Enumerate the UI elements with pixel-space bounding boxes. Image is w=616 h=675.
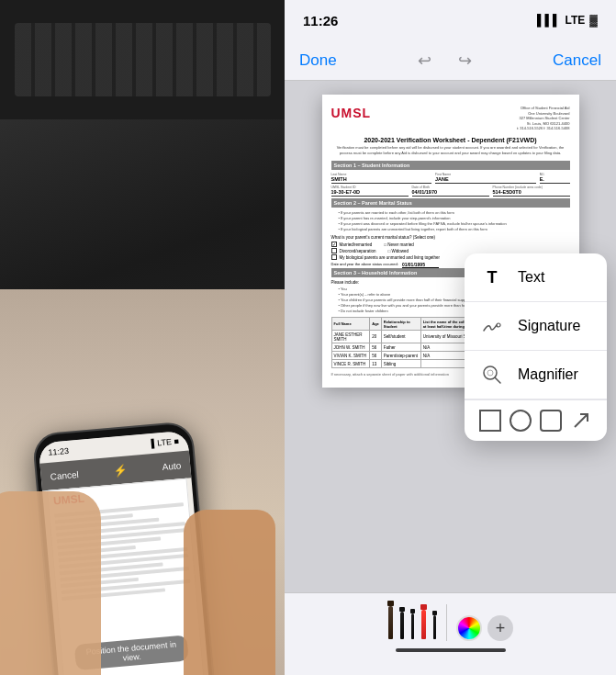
bullet-item: • If your biological parents are unmarri… (339, 227, 570, 232)
row-rel: Sibling (381, 360, 420, 368)
marital-date-label: Date and year the above status occurred: (331, 262, 398, 268)
phone-flash-icon: ⚡ (113, 463, 128, 477)
done-button[interactable]: Done (299, 51, 337, 70)
dob-field: Date of Birth 04/01/1970 (412, 186, 489, 197)
signature-icon (479, 313, 505, 339)
phone-value: 514-E5D0T0 (493, 189, 570, 195)
home-indicator (396, 648, 506, 652)
phone-auto-label: Auto (162, 460, 181, 472)
network-label: LTE (565, 14, 585, 27)
doc-subtitle: Verification must be completed before an… (331, 145, 570, 155)
pen-tool-1[interactable] (387, 601, 394, 641)
circle-shape-button[interactable] (510, 410, 532, 432)
pen-tools: + (387, 601, 513, 641)
top-toolbar: Done ↩ ↪ Cancel (285, 40, 616, 81)
divorced-label: Divorced/separation (340, 249, 376, 253)
col-header-name: Full Name (331, 318, 370, 331)
left-panel: 11:23 ▌LTE ■ Cancel ⚡ Auto UMSL (0, 0, 285, 675)
row-name: JOHN W. SMITH (331, 343, 370, 352)
keyboard-visual (15, 23, 271, 96)
doc-header-right: Office of Student Financial Aid One Univ… (517, 106, 570, 131)
row-name: JANE ESTHER SMITH (331, 331, 370, 343)
phone-status-icons: ▌LTE ■ (151, 436, 179, 448)
signature-label: Signature (518, 318, 581, 334)
color-wheel-button[interactable] (456, 615, 482, 641)
doc-title: 2020-2021 Verification Worksheet - Depen… (331, 137, 570, 143)
dob-value: 04/01/1970 (412, 189, 489, 195)
right-panel: 11:26 ▌▌▌ LTE ▓ Done ↩ ↪ Cancel UMSL Off… (285, 0, 616, 675)
umsl-logo: UMSL (331, 106, 372, 131)
pen-marker-1 (388, 606, 393, 639)
row-rel: Self/student (381, 331, 420, 343)
row-age: 56 (370, 343, 382, 352)
last-name-field: Last Name SMITH (331, 173, 432, 184)
checkbox-divorced (331, 248, 337, 253)
never-married-label: □ Never married (384, 242, 413, 247)
married-label: Married/remarried (340, 242, 373, 247)
phone-cancel-btn[interactable]: Cancel (50, 469, 79, 482)
phone-time: 11:23 (48, 446, 69, 457)
document-area: UMSL Office of Student Financial Aid One… (285, 81, 616, 592)
col-header-age: Age (370, 318, 382, 331)
shape-buttons-row (465, 399, 607, 441)
row-rel: Father (381, 343, 420, 352)
battery-icon: ▓ (589, 14, 598, 27)
ios-status-bar: 11:26 ▌▌▌ LTE ▓ (285, 0, 616, 40)
widowed-label: □ Widowed (388, 249, 409, 253)
pen-tool-3[interactable] (410, 609, 415, 641)
context-menu-item-signature[interactable]: Signature (465, 302, 607, 351)
form-row-id: UMSL Student ID 19-30-E7-0D Date of Birt… (331, 186, 570, 197)
marital-date-value: 01/01/1995 (402, 262, 439, 268)
magnifier-icon (479, 362, 505, 388)
desk-area: 11:23 ▌LTE ■ Cancel ⚡ Auto UMSL (0, 289, 285, 675)
svg-line-2 (495, 377, 500, 383)
pen-tool-5[interactable] (432, 611, 437, 641)
row-name: VINCE R. SMITH (331, 360, 370, 368)
unmarried-label: My biological parents are unmarried and … (340, 255, 441, 260)
checkbox-married: ✓ (331, 242, 337, 247)
magnifier-label: Magnifier (518, 366, 578, 383)
phone-field: Phone Number (include area code) 514-E5D… (493, 186, 570, 197)
cancel-button[interactable]: Cancel (553, 51, 601, 70)
first-name-value: JANE (435, 176, 536, 182)
svg-line-4 (575, 414, 588, 427)
pen-tool-4[interactable] (420, 604, 427, 641)
context-menu-item-text[interactable]: T Text (465, 253, 607, 302)
bottom-toolbar: + (285, 592, 616, 675)
pen-marker-5 (433, 615, 436, 639)
signal-icon: ▌▌▌ (537, 14, 561, 27)
redo-button[interactable]: ↪ (452, 48, 477, 73)
marital-question: What is your parent's current marital st… (331, 235, 570, 240)
rounded-square-shape-button[interactable] (540, 410, 562, 432)
context-menu-item-magnifier[interactable]: Magnifier (465, 351, 607, 399)
status-icons: ▌▌▌ LTE ▓ (537, 14, 598, 27)
square-shape-button[interactable] (479, 410, 501, 432)
row-age: 13 (370, 360, 382, 368)
hand-left (0, 491, 101, 675)
section1-header: Section 1 – Student Information (331, 161, 570, 170)
pen-marker-2 (400, 612, 404, 639)
pen-marker-3 (411, 613, 414, 639)
first-name-field: First Name JANE (435, 173, 536, 184)
student-id-value: 19-30-E7-0D (331, 189, 409, 195)
checkbox-unmarried (331, 254, 337, 260)
hand-right (184, 510, 275, 675)
arrow-shape-button[interactable] (570, 410, 592, 432)
doc-header: UMSL Office of Student Financial Aid One… (331, 106, 570, 131)
add-button[interactable]: + (487, 615, 513, 641)
status-time: 11:26 (303, 13, 338, 28)
section2-bullets: • If your parents are married to each ot… (339, 210, 570, 232)
student-id-field: UMSL Student ID 19-30-E7-0D (331, 186, 409, 197)
row-name: VIVIAN K. SMITH (331, 352, 370, 360)
section2-header: Section 2 – Parent Marital Status (331, 198, 570, 208)
svg-point-3 (487, 370, 493, 376)
mi-value: E. (540, 176, 570, 182)
row-age: 56 (370, 352, 382, 360)
col-header-relationship: Relationship to Student (381, 318, 420, 331)
row-age: 20 (370, 331, 382, 343)
pen-separator (446, 604, 447, 641)
undo-button[interactable]: ↩ (411, 48, 437, 73)
pen-tool-2[interactable] (399, 607, 405, 641)
mi-field: M.I. E. (540, 173, 570, 184)
context-menu: T Text Signature (465, 253, 607, 441)
